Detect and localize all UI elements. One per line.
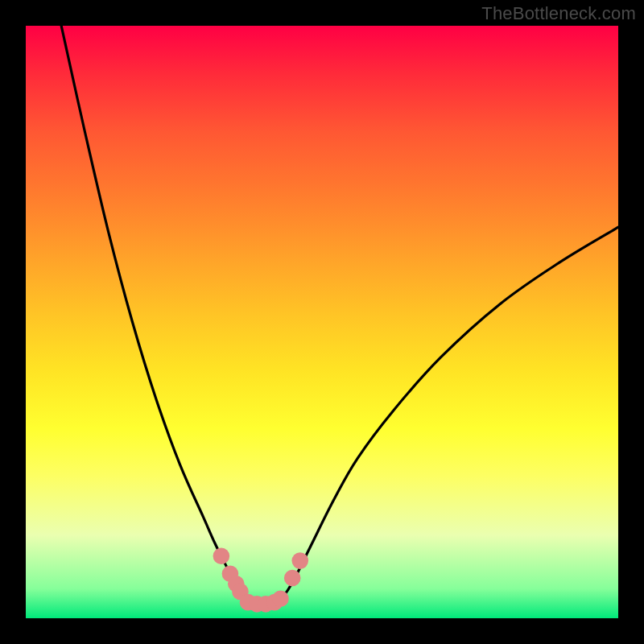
curve-layer bbox=[61, 26, 618, 604]
chart-frame: TheBottleneck.com bbox=[0, 0, 644, 644]
curve-left-curve bbox=[61, 26, 245, 601]
valley-marker-0 bbox=[213, 547, 230, 564]
chart-svg bbox=[26, 26, 618, 618]
valley-marker-8 bbox=[272, 590, 289, 607]
marker-layer bbox=[213, 547, 308, 612]
curve-right-curve bbox=[280, 227, 618, 601]
valley-marker-10 bbox=[291, 552, 308, 569]
valley-marker-9 bbox=[284, 570, 301, 587]
watermark-text: TheBottleneck.com bbox=[481, 3, 636, 24]
chart-plot-area bbox=[26, 26, 618, 618]
